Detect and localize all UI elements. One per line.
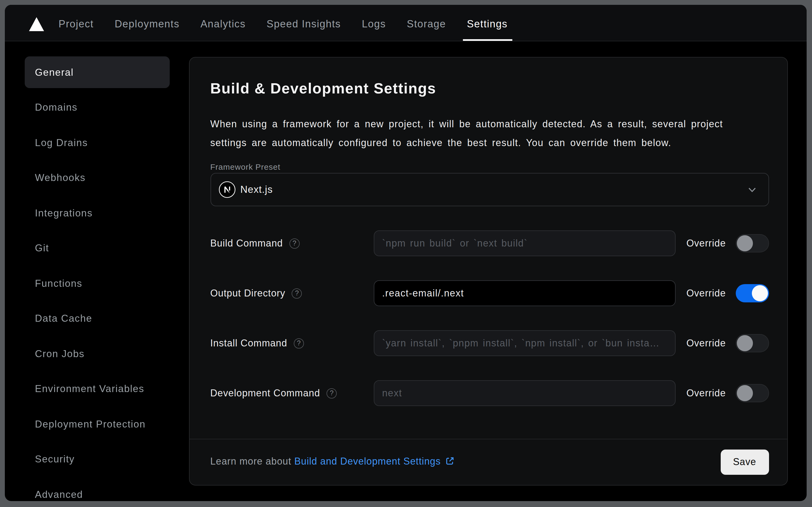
- tab-storage[interactable]: Storage: [407, 8, 446, 41]
- build-command-override-toggle[interactable]: [736, 234, 769, 252]
- sidebar-item-git[interactable]: Git: [25, 232, 170, 264]
- output-directory-label: Output Directory: [210, 288, 285, 299]
- development-command-input[interactable]: [373, 380, 675, 406]
- sidebar-item-advanced[interactable]: Advanced: [25, 478, 170, 501]
- help-icon[interactable]: ?: [294, 338, 304, 348]
- sidebar-item-cron-jobs[interactable]: Cron Jobs: [25, 338, 170, 370]
- output-directory-override-toggle[interactable]: [736, 284, 769, 302]
- build-command-row: Build Command ? Override: [210, 230, 769, 256]
- chevron-down-icon: [747, 185, 756, 194]
- tab-project[interactable]: Project: [59, 8, 94, 41]
- sidebar-item-data-cache[interactable]: Data Cache: [25, 303, 170, 334]
- install-command-input[interactable]: [373, 330, 675, 356]
- card-description: When using a framework for a new project…: [210, 115, 750, 153]
- framework-preset-label: Framework Preset: [210, 162, 769, 171]
- development-command-override-toggle[interactable]: [736, 384, 769, 402]
- override-label: Override: [686, 238, 726, 249]
- external-link-icon: [445, 456, 455, 468]
- override-label: Override: [686, 388, 726, 399]
- tab-logs[interactable]: Logs: [362, 8, 386, 41]
- sidebar-item-environment-variables[interactable]: Environment Variables: [25, 373, 170, 405]
- build-settings-docs-link[interactable]: Build and Development Settings: [294, 456, 441, 466]
- top-nav: Project Deployments Analytics Speed Insi…: [5, 5, 807, 41]
- card-footer: Learn more about Build and Development S…: [189, 439, 787, 485]
- card-title: Build & Development Settings: [210, 80, 769, 97]
- build-command-label: Build Command: [210, 238, 283, 249]
- tab-settings[interactable]: Settings: [467, 8, 508, 41]
- install-command-row: Install Command ? Override: [210, 330, 769, 356]
- help-icon[interactable]: ?: [327, 388, 337, 398]
- sidebar-item-log-drains[interactable]: Log Drains: [25, 127, 170, 158]
- sidebar-item-integrations[interactable]: Integrations: [25, 197, 170, 229]
- help-icon[interactable]: ?: [292, 288, 302, 298]
- learn-more-text: Learn more about: [210, 456, 291, 466]
- build-settings-card: Build & Development Settings When using …: [189, 57, 788, 486]
- help-icon[interactable]: ?: [289, 238, 299, 248]
- output-directory-input[interactable]: [373, 280, 675, 306]
- framework-preset-value: Next.js: [240, 184, 273, 195]
- tab-speed-insights[interactable]: Speed Insights: [267, 8, 341, 41]
- override-label: Override: [686, 288, 726, 299]
- sidebar-item-general[interactable]: General: [25, 56, 170, 88]
- framework-preset-select[interactable]: Next.js: [210, 173, 769, 206]
- override-label: Override: [686, 338, 726, 349]
- nextjs-logo-icon: [218, 181, 235, 198]
- output-directory-row: Output Directory ? Override: [210, 280, 769, 306]
- tab-deployments[interactable]: Deployments: [115, 8, 180, 41]
- tab-analytics[interactable]: Analytics: [200, 8, 245, 41]
- install-command-label: Install Command: [210, 338, 287, 349]
- save-button[interactable]: Save: [720, 450, 769, 475]
- sidebar-item-webhooks[interactable]: Webhooks: [25, 162, 170, 193]
- install-command-override-toggle[interactable]: [736, 334, 769, 352]
- sidebar-item-security[interactable]: Security: [25, 443, 170, 475]
- settings-sidebar: General Domains Log Drains Webhooks Inte…: [25, 56, 170, 501]
- vercel-logo-icon[interactable]: [29, 8, 44, 41]
- sidebar-item-domains[interactable]: Domains: [25, 92, 170, 123]
- development-command-label: Development Command: [210, 388, 320, 399]
- app-window: Project Deployments Analytics Speed Insi…: [5, 5, 807, 501]
- build-command-input[interactable]: [373, 230, 675, 256]
- sidebar-item-functions[interactable]: Functions: [25, 268, 170, 299]
- sidebar-item-deployment-protection[interactable]: Deployment Protection: [25, 408, 170, 440]
- development-command-row: Development Command ? Override: [210, 380, 769, 406]
